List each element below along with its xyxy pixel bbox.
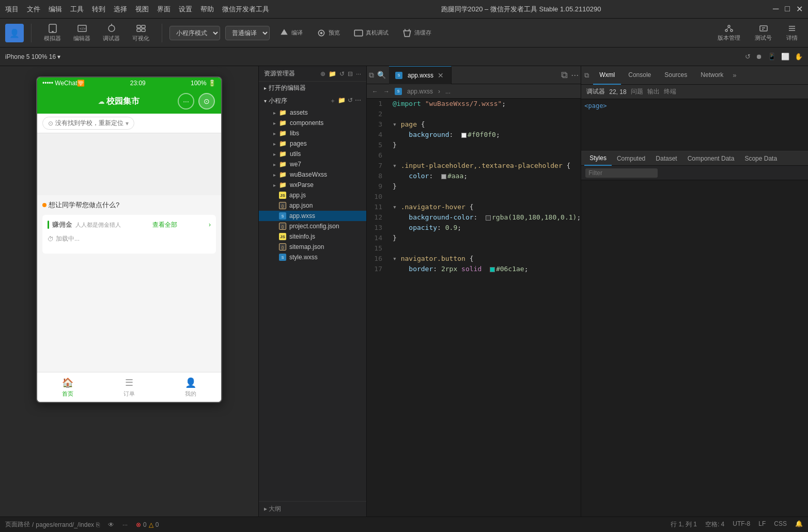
- menu-bar[interactable]: 项目 文件 编辑 工具 转到 选择 视图 界面 设置 帮助 微信开发者工具: [5, 5, 269, 14]
- device-controls[interactable]: ↺ ⏺ 📱 ⬜ ✋: [745, 53, 803, 60]
- compile-select[interactable]: 普通编译: [225, 26, 270, 40]
- folder-utils[interactable]: ▸ 📁 utils: [259, 149, 366, 159]
- test-button[interactable]: 测试号: [750, 22, 777, 44]
- add-file-icon[interactable]: ＋: [330, 97, 336, 105]
- bottom-nav-home[interactable]: 🏠 首页: [37, 372, 99, 402]
- phone-icon[interactable]: 📱: [768, 53, 776, 60]
- folder-assets[interactable]: ▸ 📁 assets: [259, 107, 366, 118]
- file-appjson[interactable]: ▸ {} app.json: [259, 200, 366, 211]
- maximize-button[interactable]: □: [785, 4, 790, 14]
- nav-more-icon[interactable]: ···: [178, 93, 194, 109]
- split-panel-icon[interactable]: ⧉: [561, 70, 568, 81]
- record-icon[interactable]: ⏺: [756, 53, 763, 60]
- phone-nav-icons[interactable]: ··· ⊙: [178, 93, 215, 109]
- tab-appwxss[interactable]: S app.wxss ✕: [389, 66, 452, 84]
- folder-icon: 📁: [279, 150, 287, 158]
- mode-select[interactable]: 小程序模式: [169, 26, 220, 40]
- bottom-nav-profile[interactable]: 👤 我的: [160, 372, 221, 402]
- simulator-button[interactable]: 模拟器: [39, 21, 66, 44]
- dataset-tab[interactable]: Dataset: [650, 151, 682, 166]
- location-button[interactable]: ⊙ 没有找到学校，重新定位 ▾: [42, 117, 134, 130]
- breadcrumb-path: ...: [445, 88, 450, 95]
- scope-data-tab[interactable]: Scope Data: [739, 151, 782, 166]
- visual-button[interactable]: 可视化: [127, 21, 154, 44]
- devtools-tab-network[interactable]: Network: [694, 66, 729, 85]
- realtime-debug-button[interactable]: 真机调试: [349, 26, 393, 40]
- open-editors-section[interactable]: ▸ 打开的编辑器: [259, 82, 366, 95]
- preview-button[interactable]: 预览: [312, 26, 344, 40]
- menu-item-help[interactable]: 帮助: [200, 5, 214, 14]
- new-file-icon[interactable]: ⊕: [320, 70, 325, 77]
- file-appwxss[interactable]: ▸ S app.wxss: [259, 211, 366, 221]
- version-manage-button[interactable]: 版本管理: [712, 22, 745, 44]
- card-more-link[interactable]: 查看全部: [152, 221, 177, 229]
- devtools-tab-more[interactable]: »: [733, 71, 736, 79]
- close-button[interactable]: ✕: [796, 4, 803, 14]
- add-folder-icon[interactable]: 📁: [338, 97, 346, 105]
- more-icon[interactable]: ···: [356, 70, 361, 77]
- more-section-icon[interactable]: ⋯: [355, 97, 361, 105]
- devtools-layout-icon[interactable]: ⧉: [584, 71, 589, 80]
- menu-item-file[interactable]: 文件: [27, 5, 40, 14]
- file-appjs[interactable]: ▸ JS app.js: [259, 190, 366, 200]
- folder-wxparse[interactable]: ▸ 📁 wxParse: [259, 180, 366, 190]
- file-projectconfig[interactable]: ▸ {} project.config.json: [259, 221, 366, 231]
- menu-item-project[interactable]: 项目: [5, 5, 19, 14]
- menu-item-goto[interactable]: 转到: [92, 5, 105, 14]
- main-layout: ••••• WeChat🛜 23:09 100% 🔋 ☁ 校园集市 ··· ⊙: [0, 66, 808, 517]
- window-controls[interactable]: ─ □ ✕: [773, 4, 803, 14]
- nav-action-icon[interactable]: ⊙: [198, 93, 215, 109]
- menu-item-interface[interactable]: 界面: [157, 5, 170, 14]
- copy-path-icon[interactable]: ⎘: [96, 521, 100, 528]
- editor-button[interactable]: </> 编辑器: [68, 21, 96, 44]
- code-editor[interactable]: 1 @import "wuBaseWxss/7.wxss"; 2 3 ▾ pag…: [367, 99, 581, 517]
- tab-close-button[interactable]: ✕: [437, 71, 445, 80]
- touch-icon[interactable]: ✋: [795, 53, 803, 60]
- menu-item-settings[interactable]: 设置: [179, 5, 192, 14]
- phone-card[interactable]: 赚佣金 人人都是佣金猎人 查看全部 › ⏱ 加载中...: [42, 215, 216, 254]
- styles-tab[interactable]: Styles: [584, 151, 612, 166]
- forward-icon[interactable]: →: [383, 88, 390, 95]
- bottom-nav-orders[interactable]: ☰ 订单: [99, 372, 160, 402]
- refresh-icon2[interactable]: ↺: [348, 97, 353, 105]
- more-editor-icon[interactable]: ···: [571, 70, 579, 81]
- compile-button[interactable]: 编译: [275, 26, 307, 40]
- menu-item-tools[interactable]: 工具: [70, 5, 84, 14]
- folder-we7[interactable]: ▸ 📁 we7: [259, 159, 366, 169]
- file-manager-actions[interactable]: ⊕ 📁 ↺ ⊟ ···: [320, 70, 361, 77]
- clear-cache-button[interactable]: 清缓存: [398, 26, 436, 40]
- styles-filter-input[interactable]: [585, 168, 658, 178]
- expand-outline-icon[interactable]: ▸: [264, 505, 267, 512]
- details-button[interactable]: 详情: [781, 22, 803, 44]
- main-toolbar: 👤 模拟器 </> 编辑器 调试器 可视化 小程序模式 普通编译 编译 预览: [0, 19, 808, 48]
- view-icon[interactable]: 👁: [108, 521, 114, 528]
- menu-item-select[interactable]: 选择: [114, 5, 127, 14]
- debugger-button[interactable]: 调试器: [98, 21, 125, 44]
- computed-tab[interactable]: Computed: [612, 151, 650, 166]
- folder-libs[interactable]: ▸ 📁 libs: [259, 128, 366, 138]
- screen-icon[interactable]: ⬜: [781, 53, 789, 60]
- search-editor-icon[interactable]: 🔍: [377, 71, 386, 79]
- refresh-icon[interactable]: ↺: [745, 53, 751, 60]
- file-sitemap[interactable]: ▸ {} sitemap.json: [259, 242, 366, 252]
- collapse-icon[interactable]: ⊟: [348, 70, 353, 77]
- file-stylewxss[interactable]: ▸ S style.wxss: [259, 252, 366, 262]
- menu-item-wechat[interactable]: 微信开发者工具: [222, 5, 269, 14]
- devtools-tab-wxml[interactable]: Wxml: [593, 66, 621, 85]
- devtools-tab-console[interactable]: Console: [622, 66, 657, 85]
- file-siteinfo[interactable]: ▸ JS siteinfo.js: [259, 231, 366, 242]
- refresh-tree-icon[interactable]: ↺: [339, 70, 345, 77]
- folder-pages[interactable]: ▸ 📁 pages: [259, 138, 366, 149]
- devtools-tab-sources[interactable]: Sources: [658, 66, 693, 85]
- split-editor-icon[interactable]: ⧉: [369, 71, 374, 80]
- folder-wubasewxss[interactable]: ▸ 📁 wuBaseWxss: [259, 169, 366, 180]
- menu-item-edit[interactable]: 编辑: [49, 5, 62, 14]
- component-data-tab[interactable]: Component Data: [682, 151, 740, 166]
- mini-program-section[interactable]: ▾ 小程序 ＋ 📁 ↺ ⋯: [259, 95, 366, 107]
- menu-item-view[interactable]: 视图: [135, 5, 149, 14]
- new-folder-icon[interactable]: 📁: [329, 70, 336, 77]
- folder-components[interactable]: ▸ 📁 components: [259, 118, 366, 128]
- status-more-icon[interactable]: ···: [122, 521, 128, 528]
- minimize-button[interactable]: ─: [773, 4, 779, 14]
- back-icon[interactable]: ←: [372, 88, 378, 95]
